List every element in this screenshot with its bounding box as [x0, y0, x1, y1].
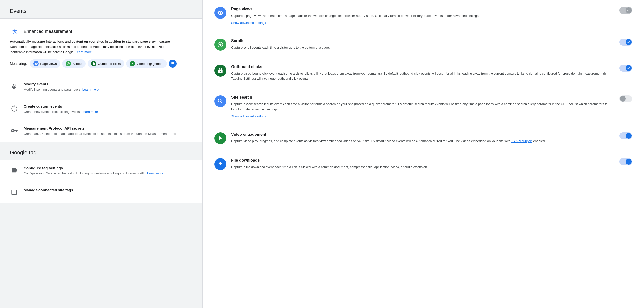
enhanced-card-header: Enhanced measurement	[10, 26, 192, 36]
feature-page-views-title: Page views	[231, 7, 608, 11]
feature-video-engagement-icon	[214, 132, 226, 144]
chip-outbound-clicks-label: Outbound clicks	[98, 62, 121, 66]
create-custom-events-learn-more[interactable]: Learn more	[82, 110, 98, 114]
chip-page-views[interactable]: Page views	[30, 60, 60, 68]
feature-scrolls-content: Scrolls Capture scroll events each time …	[231, 39, 608, 50]
feature-file-downloads-icon	[214, 158, 226, 170]
feature-site-search-content: Site search Capture a view search result…	[231, 95, 608, 118]
modify-events-item[interactable]: Modify events Modify incoming events and…	[0, 76, 202, 98]
feature-page-views-content: Page views Capture a page view event eac…	[231, 7, 608, 25]
measurement-protocol-desc: Create an API secret to enable additiona…	[24, 131, 192, 136]
configure-tag-item[interactable]: Configure tag settings Configure your Go…	[0, 160, 202, 182]
modify-events-desc: Modify incoming events and parameters. L…	[24, 87, 192, 92]
measurement-protocol-item[interactable]: Measurement Protocol API secrets Create …	[0, 120, 202, 142]
chip-video-label: Video engagement	[136, 62, 163, 66]
feature-scrolls: Scrolls Capture scroll events each time …	[202, 32, 644, 58]
feature-video-engagement-desc: Capture video play, progress, and comple…	[231, 139, 608, 144]
measurement-protocol-icon	[10, 126, 19, 135]
site-search-toggle-area[interactable]: —	[619, 95, 632, 102]
enhanced-desc-normal: Data from on-page elements such as links…	[10, 45, 164, 54]
video-engagement-toggle[interactable]	[619, 132, 632, 139]
configure-tag-desc: Configure your Google tag behavior, incl…	[24, 171, 192, 176]
events-title: Events	[10, 8, 26, 14]
feature-video-engagement: Video engagement Capture video play, pro…	[202, 125, 644, 151]
file-downloads-toggle-area[interactable]	[619, 158, 632, 165]
left-panel: Events Enhanced measurement Automaticall…	[0, 0, 202, 308]
enhanced-title: Enhanced measurement	[24, 29, 72, 34]
feature-page-views-icon	[214, 7, 226, 19]
chip-outbound-clicks[interactable]: Outbound clicks	[88, 60, 124, 68]
configure-tag-title: Configure tag settings	[24, 166, 192, 170]
page-views-toggle[interactable]	[619, 7, 632, 14]
svg-point-1	[68, 64, 68, 64]
modify-events-content: Modify events Modify incoming events and…	[24, 82, 192, 92]
measurement-protocol-title: Measurement Protocol API secrets	[24, 126, 192, 130]
feature-page-views: Page views Capture a page view event eac…	[202, 0, 644, 32]
site-search-show-advanced-link[interactable]: Show advanced settings	[231, 114, 608, 118]
feature-site-search-title: Site search	[231, 95, 608, 100]
chip-page-views-label: Page views	[40, 62, 56, 66]
outbound-clicks-toggle[interactable]	[619, 65, 632, 72]
js-api-link[interactable]: JS API support	[511, 139, 532, 143]
feature-file-downloads: File downloads Capture a file download e…	[202, 151, 644, 177]
feature-outbound-clicks-content: Outbound clicks Capture an outbound clic…	[231, 65, 608, 82]
chip-scrolls-label: Scrolls	[72, 62, 82, 66]
configure-tag-learn-more[interactable]: Learn more	[147, 172, 163, 175]
more-chips-button[interactable]	[169, 60, 177, 68]
configure-tag-content: Configure tag settings Configure your Go…	[24, 166, 192, 176]
site-search-toggle[interactable]: —	[619, 95, 632, 102]
enhanced-measurement-card: Enhanced measurement Automatically measu…	[0, 18, 202, 76]
enhanced-measurement-icon	[10, 26, 20, 36]
video-engagement-toggle-area[interactable]	[619, 132, 632, 139]
svg-point-0	[14, 31, 15, 32]
page-views-toggle-area[interactable]	[619, 7, 632, 14]
right-panel: Page views Capture a page view event eac…	[202, 0, 644, 308]
feature-scrolls-icon	[214, 39, 226, 50]
measurement-protocol-content: Measurement Protocol API secrets Create …	[24, 126, 192, 136]
feature-scrolls-title: Scrolls	[231, 39, 608, 43]
chip-video-engagement[interactable]: Video engagement	[126, 60, 167, 68]
google-tag-title: Google tag	[10, 149, 36, 156]
manage-connected-tags-title: Manage connected site tags	[24, 188, 192, 192]
feature-outbound-clicks-desc: Capture an outbound click event each tim…	[231, 71, 608, 82]
manage-connected-tags-icon	[10, 188, 19, 197]
manage-connected-tags-item[interactable]: Manage connected site tags	[0, 182, 202, 203]
modify-events-learn-more[interactable]: Learn more	[82, 88, 99, 91]
measuring-row: Measuring: Page views Scrolls	[10, 60, 192, 68]
feature-file-downloads-content: File downloads Capture a file download e…	[231, 158, 608, 170]
events-header: Events	[0, 0, 202, 18]
svg-point-2	[219, 44, 222, 46]
feature-file-downloads-title: File downloads	[231, 158, 608, 163]
manage-connected-tags-content: Manage connected site tags	[24, 188, 192, 193]
create-custom-events-desc: Create new events from existing events. …	[24, 109, 192, 114]
chip-outbound-icon	[91, 61, 96, 66]
chip-eye-icon	[33, 61, 39, 66]
configure-tag-icon	[10, 166, 19, 175]
measuring-label: Measuring:	[10, 62, 27, 66]
feature-outbound-clicks: Outbound clicks Capture an outbound clic…	[202, 58, 644, 88]
feature-page-views-desc: Capture a page view event each time a pa…	[231, 13, 608, 18]
create-custom-events-icon	[10, 104, 19, 113]
chip-scroll-icon	[66, 61, 71, 66]
enhanced-learn-more-link[interactable]: Learn more	[75, 50, 92, 54]
outbound-clicks-toggle-area[interactable]	[619, 65, 632, 72]
modify-events-icon	[10, 82, 19, 91]
enhanced-desc-bold: Automatically measure interactions and c…	[10, 40, 173, 44]
scrolls-toggle[interactable]	[619, 39, 632, 46]
create-custom-events-content: Create custom events Create new events f…	[24, 104, 192, 114]
feature-file-downloads-desc: Capture a file download event each time …	[231, 164, 608, 170]
scrolls-toggle-area[interactable]	[619, 39, 632, 46]
chip-video-icon	[130, 61, 135, 66]
feature-site-search: Site search Capture a view search result…	[202, 88, 644, 125]
feature-video-engagement-content: Video engagement Capture video play, pro…	[231, 132, 608, 144]
page-views-show-advanced-link[interactable]: Show advanced settings	[231, 21, 608, 25]
feature-scrolls-desc: Capture scroll events each time a visito…	[231, 45, 608, 50]
file-downloads-toggle[interactable]	[619, 158, 632, 165]
feature-site-search-desc: Capture a view search results event each…	[231, 102, 608, 112]
create-custom-events-item[interactable]: Create custom events Create new events f…	[0, 98, 202, 120]
feature-outbound-clicks-title: Outbound clicks	[231, 65, 608, 69]
modify-events-title: Modify events	[24, 82, 192, 86]
google-tag-header: Google tag	[0, 142, 202, 160]
chip-scrolls[interactable]: Scrolls	[62, 60, 86, 68]
enhanced-desc: Automatically measure interactions and c…	[10, 39, 192, 54]
